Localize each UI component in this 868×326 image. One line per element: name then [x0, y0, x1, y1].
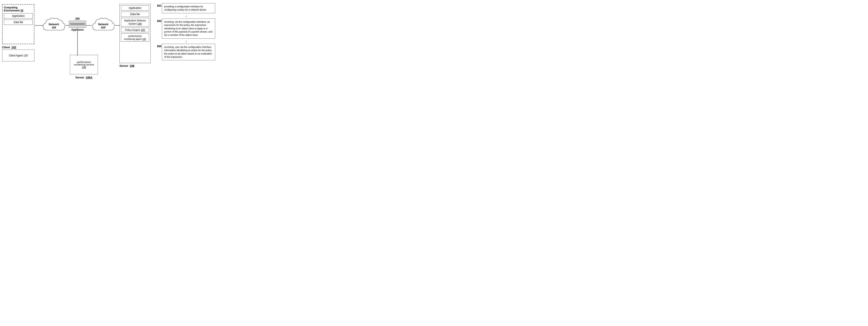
flow-box-805: receiving, user via the configuration in…: [162, 44, 215, 60]
policy-engine-box: Policy Engine 195: [121, 28, 149, 32]
appliance-device: [69, 21, 86, 28]
line-appliance-network: [86, 25, 92, 26]
server-label: Server 106: [119, 64, 134, 67]
flow-arrow-2: ↓: [157, 39, 215, 43]
step-801-num: 801: [157, 4, 161, 7]
network-left-cloud: Network 104: [42, 16, 66, 34]
flow-box-803: receiving, via the configuration interfa…: [162, 19, 215, 38]
step-805-num: 805: [157, 45, 161, 48]
client-agent-box: Client Agent 120: [2, 50, 34, 61]
client-label: Client 102: [2, 46, 16, 49]
app-delivery-system-box: Application Delivery System 190: [121, 18, 149, 27]
server-box: Application Data file Application Delive…: [119, 4, 151, 63]
server-106a-label: Server 106A: [70, 76, 98, 79]
flow-item-803: 803 receiving, via the configuration int…: [162, 19, 215, 38]
pms-text: performance monitoring service 198: [74, 61, 94, 69]
perf-monitoring-agent-box: performance monitoring agent 197: [121, 33, 149, 42]
datafile-box-client: Data file: [4, 20, 33, 25]
line-network-server: [115, 25, 120, 26]
flow-arrow-1: ↓: [157, 14, 215, 18]
computing-environment-box: Computing Environment 15 Application Dat…: [2, 4, 34, 44]
svg-text:104: 104: [52, 26, 56, 29]
flow-box-801: providing a configuration interface for …: [162, 3, 215, 13]
pms-box: performance monitoring service 198: [70, 55, 98, 74]
flow-item-805: 805 receiving, user via the configuratio…: [162, 44, 215, 60]
flow-item-801: 801 providing a configuration interface …: [162, 3, 215, 13]
diagram: Computing Environment 15 Application Dat…: [0, 0, 217, 81]
appliance-num: 200: [69, 17, 86, 20]
datafile-box-server: Data file: [121, 11, 149, 17]
network-right-cloud: Network 104': [91, 16, 115, 34]
step-803-num: 803: [157, 20, 161, 23]
svg-text:104': 104': [101, 26, 106, 29]
comp-env-title: Computing Environment 15: [4, 6, 33, 12]
line-appliance-pms: [77, 28, 78, 56]
svg-text:Network: Network: [49, 23, 59, 26]
app-box-server: Application: [121, 5, 149, 10]
app-box-client: Application: [4, 13, 33, 19]
svg-text:Network: Network: [98, 23, 108, 26]
flowchart: 801 providing a configuration interface …: [157, 3, 215, 60]
